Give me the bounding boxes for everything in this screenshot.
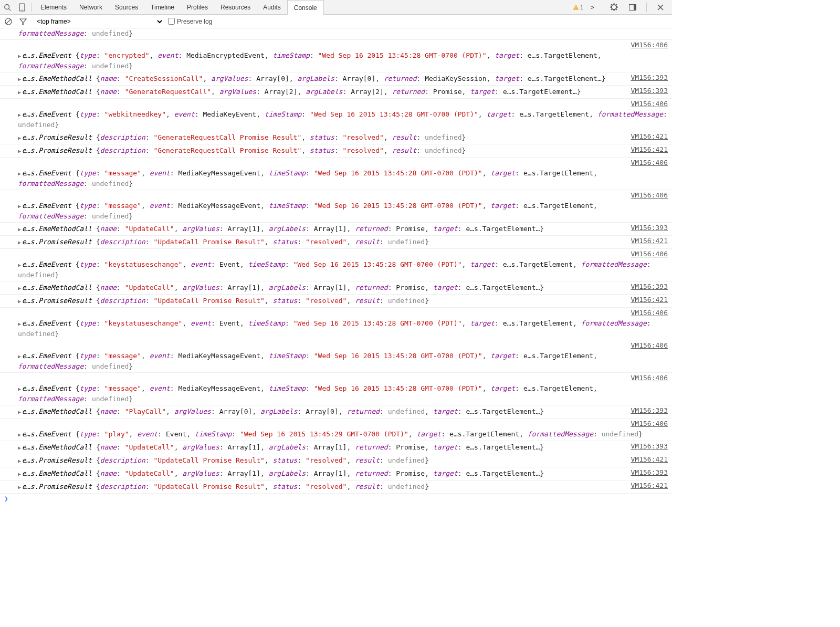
disclosure-triangle-icon[interactable]: ▶ xyxy=(18,262,21,268)
disclosure-triangle-icon[interactable]: ▶ xyxy=(18,171,21,176)
disclosure-triangle-icon[interactable]: ▶ xyxy=(18,298,21,304)
preserve-log[interactable]: Preserve log xyxy=(168,18,212,25)
dock-icon[interactable] xyxy=(625,0,640,15)
source-link[interactable]: VM156:393 xyxy=(631,442,668,450)
settings-icon[interactable] xyxy=(606,0,621,15)
disclosure-triangle-icon[interactable]: ▶ xyxy=(18,321,21,327)
source-link[interactable]: VM156:406 xyxy=(631,159,668,166)
tab-timeline[interactable]: Timeline xyxy=(144,0,181,15)
log-entry: VM156:393▶e…s.EmeMethodCall {name: "Upda… xyxy=(0,223,672,236)
property-value: undefined xyxy=(18,271,55,279)
tab-elements[interactable]: Elements xyxy=(34,0,73,15)
disclosure-triangle-icon[interactable]: ▶ xyxy=(18,386,21,392)
property-value: Array[1] xyxy=(227,284,260,291)
close-icon[interactable] xyxy=(653,0,668,15)
disclosure-triangle-icon[interactable]: ▶ xyxy=(18,432,21,437)
property-value: e…s.TargetElement xyxy=(449,430,519,438)
source-link[interactable]: VM156:421 xyxy=(631,296,668,304)
property-value: "UpdateCall Promise Result" xyxy=(154,483,265,490)
source-link[interactable]: VM156:421 xyxy=(631,455,668,463)
property-key: status xyxy=(310,133,334,141)
disclosure-triangle-icon[interactable]: ▶ xyxy=(18,471,21,477)
tab-audits[interactable]: Audits xyxy=(257,0,287,15)
property-value: Array[0] xyxy=(343,75,376,82)
inspect-icon[interactable] xyxy=(0,0,15,15)
source-link[interactable]: VM156:406 xyxy=(631,41,668,49)
tab-profiles[interactable]: Profiles xyxy=(181,0,214,15)
svg-line-16 xyxy=(615,4,616,5)
property-value: "play" xyxy=(104,430,129,438)
disclosure-triangle-icon[interactable]: ▶ xyxy=(18,239,21,245)
disclosure-triangle-icon[interactable]: ▶ xyxy=(18,148,21,154)
source-link[interactable]: VM156:406 xyxy=(631,374,668,382)
warning-count: 1 xyxy=(580,4,583,11)
property-key: target xyxy=(490,169,515,177)
disclosure-triangle-icon[interactable]: ▶ xyxy=(18,226,21,232)
log-content: ▶e…s.EmeEvent {type: "message", event: M… xyxy=(10,191,668,221)
property-key: timeStamp xyxy=(248,260,285,268)
source-link[interactable]: VM156:406 xyxy=(631,191,668,199)
tab-network[interactable]: Network xyxy=(73,0,109,15)
disclosure-triangle-icon[interactable]: ▶ xyxy=(18,445,21,451)
object-class: e…s.PromiseResult xyxy=(22,147,96,154)
source-link[interactable]: VM156:406 xyxy=(631,100,668,108)
console-bar: <top frame> Preserve log xyxy=(0,15,672,28)
disclosure-triangle-icon[interactable]: ▶ xyxy=(18,203,21,209)
tab-console[interactable]: Console xyxy=(287,0,324,15)
property-value: "Wed Sep 16 2015 13:45:28 GMT-0700 (PDT)… xyxy=(314,169,482,177)
property-key: event xyxy=(158,51,178,59)
preserve-log-checkbox[interactable] xyxy=(168,18,175,25)
disclosure-triangle-icon[interactable]: ▶ xyxy=(18,409,21,415)
log-content: ▶e…s.EmeEvent {type: "play", event: Even… xyxy=(10,420,668,440)
property-value: undefined xyxy=(388,456,425,464)
property-key: timeStamp xyxy=(265,110,301,118)
disclosure-triangle-icon[interactable]: ▶ xyxy=(18,484,21,490)
property-value: "Wed Sep 16 2015 13:45:28 GMT-0700 (PDT)… xyxy=(310,110,478,118)
source-link[interactable]: VM156:421 xyxy=(631,237,668,245)
disclosure-triangle-icon[interactable]: ▶ xyxy=(18,353,21,359)
source-link[interactable]: VM156:421 xyxy=(631,145,668,153)
property-value: "Wed Sep 16 2015 13:45:28 GMT-0700 (PDT)… xyxy=(293,260,462,268)
property-key: formattedMessage xyxy=(18,395,83,403)
disclosure-triangle-icon[interactable]: ▶ xyxy=(18,53,21,59)
source-link[interactable]: VM156:393 xyxy=(631,406,668,414)
source-link[interactable]: VM156:393 xyxy=(631,224,668,232)
console-prompt[interactable]: ❯ xyxy=(0,494,672,504)
show-drawer-icon[interactable]: >_ xyxy=(587,0,602,15)
device-icon[interactable] xyxy=(15,0,29,15)
source-link[interactable]: VM156:393 xyxy=(631,87,668,95)
source-link[interactable]: VM156:421 xyxy=(631,132,668,140)
log-content: ▶e…s.EmeEvent {type: "encrypted", event:… xyxy=(10,41,668,71)
disclosure-triangle-icon[interactable]: ▶ xyxy=(18,285,21,291)
tab-resources[interactable]: Resources xyxy=(214,0,257,15)
filter-icon[interactable] xyxy=(18,16,28,27)
source-link[interactable]: VM156:406 xyxy=(631,309,668,317)
warning-indicator[interactable]: 1 xyxy=(573,4,583,11)
disclosure-triangle-icon[interactable]: ▶ xyxy=(18,135,21,141)
property-value: e…s.TargetElement xyxy=(523,169,593,177)
log-entry: VM156:406▶e…s.EmeEvent {type: "message",… xyxy=(0,190,672,223)
source-link[interactable]: VM156:406 xyxy=(631,420,668,427)
property-value: undefined xyxy=(92,62,129,70)
source-link[interactable]: VM156:406 xyxy=(631,250,668,258)
disclosure-triangle-icon[interactable]: ▶ xyxy=(18,458,21,464)
disclosure-triangle-icon[interactable]: ▶ xyxy=(18,89,21,95)
source-link[interactable]: VM156:406 xyxy=(631,341,668,349)
property-value: undefined xyxy=(388,297,425,305)
property-value: Array[2] xyxy=(351,88,384,96)
disclosure-triangle-icon[interactable]: ▶ xyxy=(18,76,21,82)
source-link[interactable]: VM156:393 xyxy=(631,283,668,290)
source-link[interactable]: VM156:393 xyxy=(631,468,668,476)
clear-console-icon[interactable] xyxy=(3,16,14,27)
tab-sources[interactable]: Sources xyxy=(109,0,144,15)
disclosure-triangle-icon[interactable]: ▶ xyxy=(18,112,21,118)
property-value: e…s.TargetElement xyxy=(523,384,593,392)
property-value: "resolved" xyxy=(343,133,384,141)
property-key: event xyxy=(150,384,170,392)
frame-select[interactable]: <top frame> xyxy=(33,17,164,26)
log-content: ▶e…s.PromiseResult {description: "Genera… xyxy=(10,132,668,143)
source-link[interactable]: VM156:421 xyxy=(631,482,668,489)
property-key: target xyxy=(490,384,515,392)
source-link[interactable]: VM156:393 xyxy=(631,74,668,81)
property-key: result xyxy=(392,133,416,141)
